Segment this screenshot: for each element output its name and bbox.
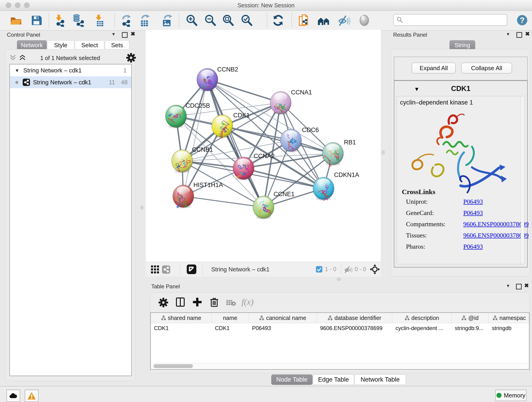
export-table-button[interactable] [139,14,152,27]
crosslink-value-link[interactable]: 9606.ENSP00000378699 [463,232,529,239]
tab-string[interactable]: String [450,40,475,50]
zoom-out-button[interactable] [204,14,217,27]
column-type-icon [259,315,264,320]
edge-CCNB2-CCNA1[interactable] [207,80,281,103]
export-image-button[interactable] [161,14,173,27]
crosslink-label: Uniprot: [406,198,463,205]
tree-expand-icon[interactable]: ▼ [15,68,19,73]
network-canvas[interactable]: CCNB2CCNA1CDC25BCDK1CDC6RB1CCNB1CCNA2CDK… [146,30,381,262]
cloud-status-button[interactable] [6,390,20,402]
crosslink-value-link[interactable]: P06493 [463,198,483,205]
node-HIST1H1A[interactable] [173,185,194,208]
network-options-gear-icon[interactable] [126,53,136,64]
tab-edge-table[interactable]: Edge Table [313,375,354,385]
tab-network-table[interactable]: Network Table [355,375,406,385]
import-network-database-button[interactable] [72,14,85,27]
results-panel-collapse-icon[interactable]: ▾ [507,32,509,37]
zoom-selected-button[interactable] [240,14,253,27]
node-CDKN1A[interactable] [313,177,334,201]
network-collection-row[interactable]: ▼ String Network – cdk1 1 [10,64,131,76]
table-options-gear-icon[interactable] [158,298,168,308]
results-scrollbar[interactable] [521,96,524,264]
svg-text:?: ? [520,16,525,25]
crosslink-row: GeneCard:P06493 [406,209,520,217]
crosslink-value-link[interactable]: 9606.ENSP00000378699 [463,220,529,228]
crosslink-value-link[interactable]: P06493 [463,209,483,217]
table-cell: 9606.ENSP00000378699 [317,323,392,333]
control-panel-collapse-icon[interactable]: ▾ [112,32,115,37]
node-CDC25B[interactable] [165,105,186,128]
selected-checkbox-icon[interactable] [316,266,323,273]
table-panel-float-icon[interactable] [516,284,522,289]
table-panel-collapse-icon[interactable]: ▾ [507,283,509,288]
node-table: shared namenamecanonical namedatabase id… [150,313,530,370]
string-network-graph[interactable]: CCNB2CCNA1CDC25BCDK1CDC6RB1CCNB1CCNA2CDK… [146,30,381,262]
column-header-namespac[interactable]: namespac [489,313,530,323]
tab-network[interactable]: Network [17,40,47,50]
memory-label: Memory [504,392,525,399]
delete-column-icon[interactable] [209,297,219,307]
node-CCNA2[interactable] [233,157,254,180]
edge-CCNE1-HIST1H1A[interactable] [183,196,264,207]
column-header-@id[interactable]: @id [452,313,489,323]
results-panel-float-icon[interactable] [516,32,522,38]
node-CDC6[interactable] [280,129,302,153]
column-header-canonical-name[interactable]: canonical name [249,313,317,323]
table-hscrollbar-thumb[interactable] [153,364,193,368]
export-network-button[interactable] [120,14,133,27]
memory-button[interactable]: Memory [495,390,526,401]
table-cell: stringdb:9... [452,323,489,333]
crosslink-value-link[interactable]: P06493 [463,243,483,250]
apply-layout-button[interactable] [272,14,285,27]
add-column-icon[interactable] [192,297,202,307]
node-CCNE1[interactable] [253,196,274,219]
warnings-button[interactable] [25,390,38,402]
open-home-button[interactable] [317,14,330,27]
import-network-file-button[interactable] [53,14,66,27]
hide-details-button[interactable] [338,14,351,27]
crosslink-label: Pharos: [406,243,463,250]
table-hscrollbar[interactable] [151,363,529,369]
left-splitter-handle[interactable] [140,206,143,210]
bottom-splitter-handle[interactable] [337,278,341,281]
column-header-name[interactable]: name [212,313,249,323]
tab-sets[interactable]: Sets [105,40,129,50]
open-session-button[interactable] [10,14,22,27]
tab-node-table[interactable]: Node Table [271,375,312,385]
column-header-shared-name[interactable]: shared name [151,313,212,323]
collapse-all-button[interactable]: Collapse All [461,63,512,74]
expand-all-button[interactable]: Expand All [412,63,456,74]
tab-select[interactable]: Select [75,40,104,50]
window-title: Session: New Session [0,2,532,9]
crosslinks-title: CrossLinks [402,188,435,196]
column-header-description[interactable]: description [392,313,452,323]
right-splitter-handle[interactable] [382,150,385,154]
search-icon [396,17,403,23]
zoom-in-button[interactable] [185,14,198,27]
grid-view-icon[interactable] [151,265,159,274]
clone-network-button[interactable] [298,14,311,27]
birds-eye-view-icon[interactable] [186,264,196,274]
node-CCNB1[interactable] [172,150,193,173]
control-panel-float-icon[interactable] [122,32,128,38]
help-button[interactable]: ? [515,13,528,26]
tab-style[interactable]: Style [47,40,74,50]
column-label: shared name [168,315,201,321]
table-panel-close-icon[interactable]: ✖ [524,283,529,288]
node-CCNA1[interactable] [270,91,291,115]
show-details-button[interactable] [358,14,371,27]
import-table-button[interactable] [93,14,106,27]
show-columns-icon[interactable] [176,297,185,307]
control-panel-close-icon[interactable]: ✖ [131,31,135,37]
network-row[interactable]: String Network – cdk1 11 48 [10,76,131,88]
node-RB1[interactable] [322,142,343,167]
results-panel-close-icon[interactable]: ✖ [525,31,530,37]
save-session-button[interactable] [30,14,43,27]
table-row[interactable]: CDK1CDK1P064939606.ENSP00000378699cyclin… [151,323,529,333]
zoom-fit-button[interactable] [222,14,234,27]
fit-crosshair-icon[interactable] [369,264,380,275]
string-view-icon[interactable] [162,265,171,274]
delete-table-icon[interactable] [226,299,236,306]
search-input[interactable] [393,14,507,26]
column-header-database-identifier[interactable]: database identifier [317,313,392,323]
